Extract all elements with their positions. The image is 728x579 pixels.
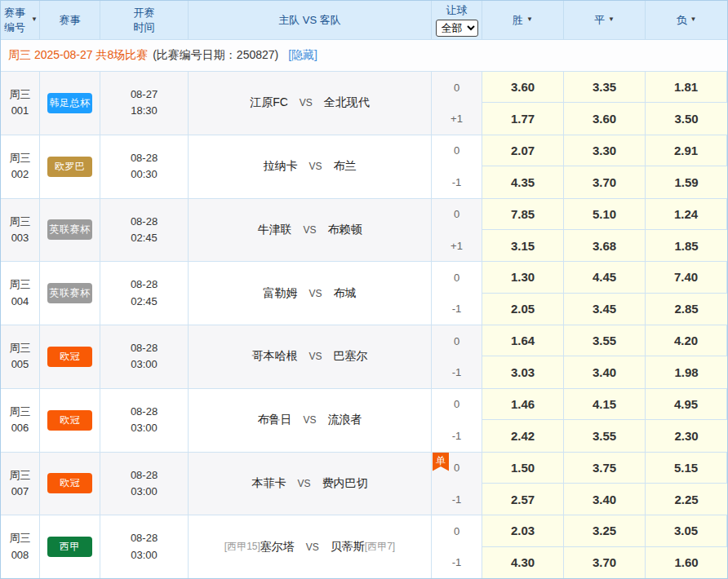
match-row: 周三003 英联赛杯 08-2802:45 牛津联 VS 布赖顿 0 +1 7.… — [1, 199, 727, 263]
odds-lose[interactable]: 3.50 — [646, 103, 727, 134]
odds-draw[interactable]: 3.40 — [564, 356, 646, 387]
competition-badge[interactable]: 欧罗巴 — [47, 157, 92, 177]
competition-badge[interactable]: 欧冠 — [47, 473, 92, 493]
header-lose-label: 负 — [677, 13, 687, 28]
odds-draw[interactable]: 3.25 — [564, 515, 646, 546]
header-handicap-label: 让球 — [446, 3, 468, 18]
hide-link[interactable]: [隐藏] — [288, 48, 317, 63]
handicap-value: 0 — [432, 262, 482, 293]
header-match-number[interactable]: 赛事 编号 ▼ — [1, 1, 40, 39]
header-draw[interactable]: 平 ▼ — [564, 1, 646, 39]
table-header: 赛事 编号 ▼ 赛事 开赛 时间 主队 VS 客队 让球 全部 胜 ▼ — [1, 1, 727, 40]
vs-label: VS — [306, 541, 319, 553]
odds-win[interactable]: 2.03 — [482, 515, 564, 546]
odds-draw[interactable]: 3.35 — [564, 72, 646, 103]
odds-win[interactable]: 4.35 — [482, 166, 564, 197]
vs-label: VS — [297, 478, 310, 489]
handicap-cell: 0 -1 — [432, 515, 482, 578]
odds-win[interactable]: 3.15 — [482, 230, 564, 261]
home-team: 江原FC — [250, 95, 288, 110]
odds-draw[interactable]: 4.45 — [564, 262, 646, 293]
start-time: 08-2803:00 — [100, 453, 189, 515]
competition-cell: 欧罗巴 — [40, 135, 100, 198]
handicap-value: +1 — [432, 103, 482, 134]
odds-lose[interactable]: 3.05 — [646, 515, 727, 546]
away-team: 费内巴切 — [322, 476, 368, 491]
vs-label: VS — [309, 161, 322, 172]
competition-badge[interactable]: 欧冠 — [47, 347, 92, 367]
home-team: 哥本哈根 — [251, 349, 297, 364]
odds-win[interactable]: 4.30 — [482, 547, 564, 578]
odds-lose[interactable]: 5.15 — [646, 453, 727, 484]
away-rank-note: [西甲7] — [365, 540, 395, 554]
vs-label: VS — [300, 97, 313, 108]
odds-win[interactable]: 2.05 — [482, 294, 564, 325]
match-row: 周三006 欧冠 08-2803:00 布鲁日 VS 流浪者 0 -1 1.46… — [1, 389, 727, 453]
competition-badge[interactable]: 英联赛杯 — [47, 283, 92, 303]
home-rank-note: [西甲15] — [224, 540, 260, 554]
odds-lose[interactable]: 2.91 — [646, 135, 727, 166]
sort-arrow-icon: ▼ — [608, 15, 615, 24]
odds-lose[interactable]: 7.40 — [646, 262, 727, 293]
home-team: 牛津联 — [257, 223, 291, 237]
odds-lose[interactable]: 2.25 — [646, 484, 727, 515]
odds-lose[interactable]: 2.30 — [646, 420, 727, 451]
start-time: 08-2803:00 — [100, 325, 189, 388]
odds-draw[interactable]: 3.45 — [564, 294, 646, 325]
away-team: 布城 — [334, 286, 357, 301]
odds-lose[interactable]: 4.95 — [646, 389, 727, 420]
odds-win[interactable]: 1.30 — [482, 262, 564, 293]
odds-lose[interactable]: 1.24 — [646, 199, 727, 230]
odds-lose[interactable]: 1.98 — [646, 356, 727, 387]
odds-draw[interactable]: 3.75 — [564, 453, 646, 484]
odds-win[interactable]: 1.46 — [482, 389, 564, 420]
odds-win[interactable]: 1.64 — [482, 325, 564, 356]
odds-win[interactable]: 1.77 — [482, 103, 564, 134]
handicap-value: 0 — [432, 389, 482, 420]
competition-badge[interactable]: 韩足总杯 — [47, 93, 92, 113]
home-team: 布鲁日 — [257, 413, 291, 427]
odds-draw[interactable]: 4.15 — [564, 389, 646, 420]
handicap-value: -1 — [432, 420, 482, 451]
odds-win[interactable]: 2.42 — [482, 420, 564, 451]
start-time: 08-2802:45 — [100, 262, 189, 325]
competition-badge[interactable]: 西甲 — [47, 537, 92, 557]
competition-badge[interactable]: 英联赛杯 — [47, 219, 92, 240]
odds-draw[interactable]: 3.40 — [564, 484, 646, 515]
handicap-cell: 0 +1 — [432, 199, 482, 262]
match-id-date: (比赛编号日期：250827) — [153, 48, 278, 63]
odds-win[interactable]: 1.50 — [482, 453, 564, 484]
odds-draw[interactable]: 3.70 — [564, 166, 646, 197]
vs-label: VS — [303, 414, 316, 426]
odds-lose[interactable]: 1.60 — [646, 547, 727, 578]
odds-draw[interactable]: 3.68 — [564, 230, 646, 261]
odds-draw[interactable]: 3.70 — [564, 547, 646, 578]
odds-draw[interactable]: 5.10 — [564, 199, 646, 230]
odds-draw[interactable]: 3.55 — [564, 325, 646, 356]
odds-win[interactable]: 3.60 — [482, 72, 564, 103]
odds-lose[interactable]: 1.59 — [646, 166, 727, 197]
header-start-time-label: 开赛 时间 — [134, 6, 155, 34]
header-lose[interactable]: 负 ▼ — [646, 1, 727, 39]
start-time: 08-2718:30 — [100, 72, 189, 135]
header-win[interactable]: 胜 ▼ — [482, 1, 564, 39]
odds-lose[interactable]: 2.85 — [646, 294, 727, 325]
odds-win[interactable]: 2.57 — [482, 484, 564, 515]
odds-draw[interactable]: 3.55 — [564, 420, 646, 451]
odds-draw[interactable]: 3.30 — [564, 135, 646, 166]
teams-cell: 牛津联 VS 布赖顿 — [189, 199, 432, 262]
odds-draw[interactable]: 3.60 — [564, 103, 646, 134]
odds-lose[interactable]: 4.20 — [646, 325, 727, 356]
odds-win[interactable]: 7.85 — [482, 199, 564, 230]
teams-cell: 江原FC VS 全北现代 — [189, 72, 432, 135]
odds-lose[interactable]: 1.81 — [646, 72, 727, 103]
home-team: 富勒姆 — [263, 286, 297, 301]
away-team: 布赖顿 — [328, 223, 362, 237]
competition-badge[interactable]: 欧冠 — [47, 410, 92, 431]
handicap-value: -1 — [432, 166, 482, 197]
odds-win[interactable]: 3.03 — [482, 356, 564, 387]
odds-lose[interactable]: 1.85 — [646, 230, 727, 261]
odds-win[interactable]: 2.07 — [482, 135, 564, 166]
match-row: 周三008 西甲 08-2803:00 [西甲15] 塞尔塔 VS 贝蒂斯 [西… — [1, 515, 727, 578]
handicap-filter-select[interactable]: 全部 — [436, 20, 478, 37]
